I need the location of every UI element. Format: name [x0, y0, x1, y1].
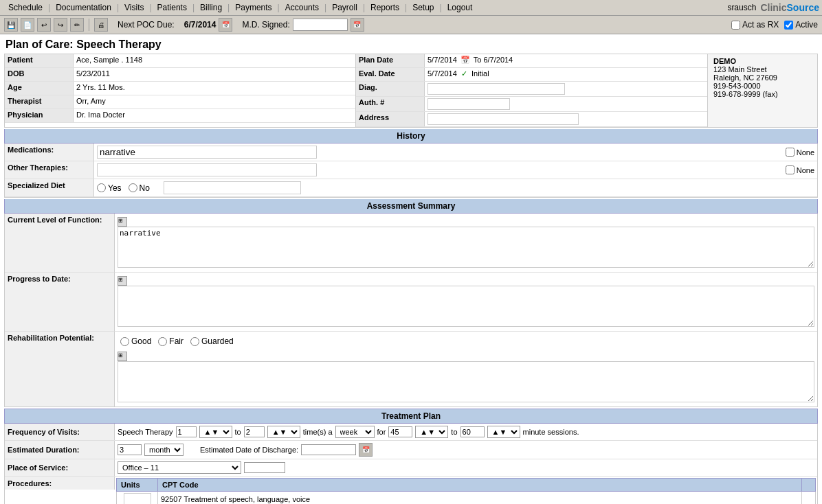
- minutes-from-spinner[interactable]: ▲▼: [415, 426, 448, 438]
- nav-documentation[interactable]: Documentation: [50, 1, 117, 14]
- place-select[interactable]: Office – 11: [118, 461, 241, 474]
- current-level-textarea[interactable]: narrative: [118, 227, 814, 268]
- nav-payments[interactable]: Payments: [230, 1, 277, 14]
- freq-to-input[interactable]: [244, 426, 265, 437]
- medications-none-checkbox[interactable]: [786, 148, 795, 157]
- duration-input[interactable]: [118, 444, 142, 455]
- rehab-guarded-label[interactable]: Guarded: [190, 336, 234, 346]
- dob-row: DOB 5/23/2011: [5, 68, 355, 82]
- minutes-to-spinner[interactable]: ▲▼: [487, 426, 520, 438]
- clinic-phone: 919-543-0000: [713, 82, 812, 90]
- rehab-expand-icon[interactable]: ⊞: [118, 352, 127, 361]
- proc-scroll-cell: [802, 492, 816, 505]
- plan-date-calendar-icon[interactable]: 📅: [460, 56, 470, 64]
- diet-no-label[interactable]: No: [129, 183, 150, 193]
- proc-code-cell: 92507 Treatment of speech, language, voi…: [158, 492, 802, 505]
- proc-unit-input[interactable]: [124, 493, 151, 504]
- toolbar: 💾 📄 ↩ ↪ ✏ 🖨 Next POC Due: 6/7/2014 📅 M.D…: [0, 16, 822, 34]
- active-checkbox-label[interactable]: Active: [784, 20, 818, 30]
- frequency-value: Speech Therapy ▲▼ to ▲▼ time(s) a week m…: [115, 424, 817, 440]
- back-icon[interactable]: ↩: [37, 18, 51, 32]
- rehab-guarded-radio[interactable]: [190, 337, 199, 346]
- act-as-rx-checkbox[interactable]: [731, 21, 740, 30]
- place-code-input[interactable]: [244, 462, 285, 473]
- physician-row: Physician Dr. Ima Docter: [5, 109, 355, 123]
- diag-row: Diag.: [356, 82, 707, 97]
- freq-period-select[interactable]: week month: [335, 426, 375, 438]
- nav-billing[interactable]: Billing: [195, 1, 227, 14]
- discharge-date-input[interactable]: [301, 444, 356, 455]
- freq-from-input[interactable]: [176, 426, 197, 437]
- diag-input[interactable]: [427, 83, 565, 95]
- progress-value: ⊞: [115, 273, 817, 332]
- md-signed-input[interactable]: [293, 19, 348, 31]
- plan-date-row: Plan Date 5/7/2014 📅 To 6/7/2014: [356, 54, 707, 68]
- toolbar-right: Act as RX Active: [731, 20, 818, 30]
- patient-info-left: Patient Ace, Sample . 1148 DOB 5/23/2011…: [5, 54, 707, 127]
- top-navigation: Schedule | Documentation | Visits | Pati…: [0, 0, 822, 16]
- address-input[interactable]: [427, 113, 579, 125]
- clinic-info-panel: DEMO 123 Main Street Raleigh, NC 27609 9…: [707, 54, 817, 127]
- minutes-to-input[interactable]: [460, 426, 485, 437]
- next-poc-label: Next POC Due:: [118, 20, 175, 30]
- specialized-diet-row: Yes No: [94, 179, 817, 197]
- duration-row: Estimated Duration: month week Estimated…: [5, 441, 817, 459]
- rehab-fair-radio[interactable]: [158, 337, 167, 346]
- progress-textarea[interactable]: [118, 286, 814, 327]
- nav-reports[interactable]: Reports: [365, 1, 405, 14]
- rehab-value: Good Fair Guarded ⊞: [115, 332, 817, 406]
- nav-patients[interactable]: Patients: [152, 1, 192, 14]
- other-therapies-row: None: [94, 161, 817, 179]
- patient-row: Patient Ace, Sample . 1148: [5, 54, 355, 68]
- rehab-textarea[interactable]: [118, 361, 814, 402]
- print-icon[interactable]: 🖨: [94, 18, 108, 32]
- procedures-row: Procedures: Units CPT Code 92507 Treatme…: [5, 477, 817, 504]
- medications-none-label[interactable]: None: [786, 148, 814, 157]
- medications-input[interactable]: [97, 146, 317, 159]
- forward-icon[interactable]: ↪: [54, 18, 67, 32]
- freq-to-spinner[interactable]: ▲▼: [267, 426, 300, 438]
- rehab-fair-label[interactable]: Fair: [158, 336, 184, 346]
- rehab-good-radio[interactable]: [120, 337, 129, 346]
- nav-setup[interactable]: Setup: [407, 1, 439, 14]
- duration-unit-select[interactable]: month week: [144, 444, 184, 456]
- scroll-col: [802, 479, 816, 492]
- current-level-expand-icon[interactable]: ⊞: [118, 217, 127, 227]
- medications-row: None: [94, 144, 817, 161]
- diet-yes-radio[interactable]: [97, 183, 106, 192]
- duration-value: month week Estimated Date of Discharge: …: [115, 441, 817, 459]
- other-therapies-none-label[interactable]: None: [786, 165, 814, 174]
- rehab-textarea-container: ⊞: [118, 350, 814, 404]
- rehab-good-label[interactable]: Good: [120, 336, 151, 346]
- other-therapies-none-checkbox[interactable]: [786, 165, 795, 174]
- md-signed-label: M.D. Signed:: [242, 20, 289, 30]
- diet-detail-input[interactable]: [164, 181, 301, 194]
- auth-input[interactable]: [427, 98, 510, 110]
- proc-unit-cell: [117, 492, 158, 505]
- patient-info-section: Patient Ace, Sample . 1148 DOB 5/23/2011…: [4, 54, 818, 128]
- active-checkbox[interactable]: [784, 21, 793, 30]
- current-level-value: ⊞ narrative: [115, 214, 817, 273]
- new-icon[interactable]: 📄: [21, 18, 34, 32]
- progress-expand-icon[interactable]: ⊞: [118, 276, 127, 286]
- other-therapies-input[interactable]: [97, 163, 317, 176]
- act-as-rx-checkbox-label[interactable]: Act as RX: [731, 20, 779, 30]
- nav-payroll[interactable]: Payroll: [326, 1, 363, 14]
- save-icon[interactable]: 💾: [4, 18, 18, 32]
- discharge-calendar-icon[interactable]: 📅: [359, 443, 373, 457]
- nav-schedule[interactable]: Schedule: [3, 1, 48, 14]
- diet-yes-label[interactable]: Yes: [97, 183, 122, 193]
- cpt-header: CPT Code: [158, 479, 802, 492]
- diet-no-radio[interactable]: [129, 183, 137, 192]
- procedures-value: Units CPT Code 92507 Treatment of speech…: [115, 477, 817, 504]
- freq-from-spinner[interactable]: ▲▼: [199, 426, 232, 438]
- edit-icon[interactable]: ✏: [70, 18, 84, 32]
- nav-logout[interactable]: Logout: [442, 1, 478, 14]
- md-calendar-icon[interactable]: 📅: [351, 18, 364, 32]
- nav-visits[interactable]: Visits: [119, 1, 149, 14]
- nav-accounts[interactable]: Accounts: [280, 1, 324, 14]
- procedures-table: Units CPT Code 92507 Treatment of speech…: [116, 478, 816, 504]
- clinic-fax: 919-678-9999 (fax): [713, 90, 812, 98]
- minutes-from-input[interactable]: [388, 426, 412, 437]
- next-poc-calendar-icon[interactable]: 📅: [219, 18, 232, 32]
